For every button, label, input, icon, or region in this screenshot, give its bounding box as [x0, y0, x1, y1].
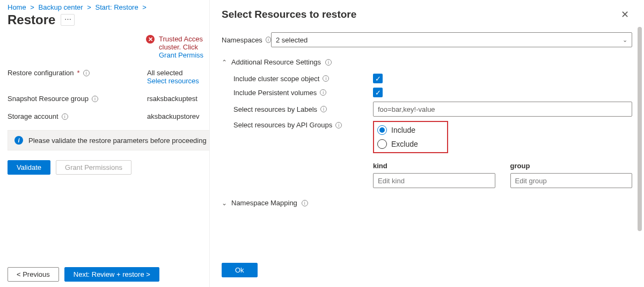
include-pv-label: Include Persistent volumes	[233, 89, 317, 97]
exclude-radio[interactable]: Exclude	[377, 139, 440, 149]
restore-config-value: All selected	[147, 69, 199, 77]
radio-icon	[377, 139, 387, 149]
ok-button[interactable]: Ok	[222, 263, 258, 277]
warning-text-1: Trusted Acces	[159, 35, 203, 43]
ars-title: Additional Resource Settings	[231, 58, 321, 66]
group-input[interactable]	[510, 173, 633, 188]
more-button[interactable]: ⋯	[61, 14, 75, 26]
info-icon[interactable]: i	[323, 75, 329, 82]
namespaces-value: 2 selected	[276, 36, 308, 44]
crumb-backup-center[interactable]: Backup center	[39, 3, 83, 11]
snapshot-rg-value: rsaksbackuptest	[147, 95, 197, 103]
kind-header: kind	[373, 162, 495, 170]
chevron-down-icon: ⌄	[623, 37, 627, 44]
include-cluster-scope-label: Include cluster scope object	[233, 75, 319, 83]
radio-icon	[377, 125, 387, 135]
validate-message: Please validate the restore parameters b…	[28, 137, 207, 145]
select-resources-panel: Select Resources to restore ✕ Namespaces…	[209, 0, 644, 287]
storage-account-value: aksbackupstorev	[147, 112, 200, 120]
close-icon[interactable]: ✕	[618, 8, 632, 21]
grant-permissions-button[interactable]: Grant Permissions	[56, 160, 131, 175]
info-icon[interactable]: i	[92, 96, 98, 102]
exclude-label: Exclude	[391, 140, 418, 148]
storage-account-label: Storage account	[8, 112, 58, 120]
additional-resource-settings-section: ⌃ Additional Resource Settings i Include…	[222, 55, 632, 188]
info-icon[interactable]: i	[320, 106, 327, 112]
ars-toggle[interactable]: ⌃ Additional Resource Settings i	[222, 55, 632, 69]
crumb-start-restore[interactable]: Start: Restore	[95, 3, 138, 11]
include-pv-checkbox[interactable]: ✓	[373, 88, 383, 97]
kind-input[interactable]	[373, 173, 495, 188]
chevron-down-icon: ⌄	[222, 199, 227, 207]
info-icon[interactable]: i	[83, 70, 90, 76]
namespace-mapping-section: ⌄ Namespace Mapping i	[222, 196, 632, 210]
select-by-labels-label: Select resources by Labels	[233, 105, 317, 113]
api-groups-radio-group: Include Exclude	[373, 121, 448, 153]
grant-permissions-link[interactable]: Grant Permiss	[159, 51, 203, 59]
labels-input[interactable]	[373, 102, 632, 117]
crumb-home[interactable]: Home	[8, 3, 26, 11]
info-icon[interactable]: i	[335, 122, 342, 128]
restore-config-label: Restore configuration	[8, 69, 74, 77]
include-radio[interactable]: Include	[377, 125, 440, 135]
next-button[interactable]: Next: Review + restore >	[64, 267, 159, 282]
include-label: Include	[391, 126, 415, 134]
info-icon[interactable]: i	[325, 59, 332, 66]
select-resources-link[interactable]: Select resources	[147, 77, 199, 85]
info-icon[interactable]: i	[62, 113, 68, 120]
previous-button[interactable]: < Previous	[8, 267, 59, 282]
page-title: Restore	[8, 12, 55, 27]
info-icon[interactable]: i	[302, 200, 308, 206]
snapshot-rg-label: Snapshot Resource group	[8, 95, 89, 103]
required-indicator: *	[77, 69, 80, 77]
chevron-up-icon: ⌃	[222, 59, 227, 66]
group-header: group	[510, 162, 633, 170]
namespaces-label: Namespaces	[222, 36, 262, 44]
include-cluster-scope-checkbox[interactable]: ✓	[373, 74, 383, 83]
info-icon: i	[14, 136, 23, 145]
info-icon[interactable]: i	[320, 89, 326, 96]
namespace-mapping-title: Namespace Mapping	[231, 199, 297, 207]
namespace-mapping-toggle[interactable]: ⌄ Namespace Mapping i	[222, 196, 632, 210]
namespaces-dropdown[interactable]: 2 selected ⌄	[271, 32, 632, 47]
info-icon[interactable]: i	[266, 37, 271, 43]
error-icon: ✕	[146, 35, 155, 44]
validate-button[interactable]: Validate	[8, 160, 50, 175]
warning-text-2: cluster. Click	[159, 43, 198, 51]
panel-title: Select Resources to restore	[222, 9, 356, 20]
select-by-api-groups-label: Select resources by API Groups	[233, 121, 332, 129]
